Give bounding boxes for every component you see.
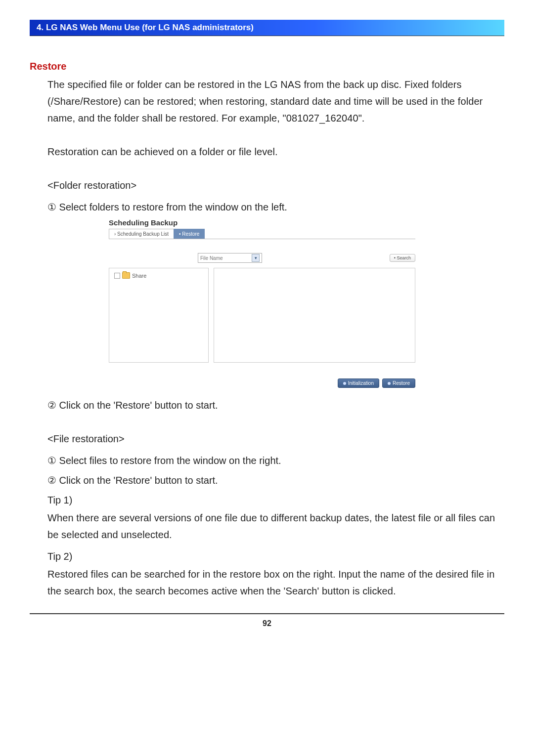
- file-list-panel[interactable]: [214, 268, 415, 363]
- file-name-dropdown-label: File Name: [200, 255, 223, 261]
- restore-button[interactable]: Restore: [382, 378, 415, 388]
- tip-2-text: Restored files can be searched for in th…: [30, 566, 504, 599]
- figure-tab-row: › Scheduling Backup List • Restore: [109, 229, 415, 239]
- file-step-1: ① Select files to restore from the windo…: [30, 452, 504, 469]
- folder-step-2: ② Click on the 'Restore' button to start…: [30, 397, 504, 414]
- folder-step-1: ① Select folders to restore from the win…: [30, 199, 504, 215]
- document-page: 4. LG NAS Web Menu Use (for LG NAS admin…: [0, 0, 534, 756]
- initialization-button-label: Initialization: [348, 380, 374, 386]
- figure-body: File Name ▾ • Search Share: [109, 239, 415, 388]
- page-number: 92: [263, 619, 271, 628]
- folder-icon: [122, 272, 130, 279]
- bullet-icon: [388, 382, 391, 385]
- tip-1-label: Tip 1): [30, 492, 504, 508]
- initialization-button[interactable]: Initialization: [338, 378, 379, 388]
- bullet-icon: [343, 382, 346, 385]
- file-name-dropdown[interactable]: File Name ▾: [198, 253, 262, 263]
- page-footer: 92: [30, 613, 504, 628]
- chapter-header: 4. LG NAS Web Menu Use (for LG NAS admin…: [30, 20, 504, 36]
- section-heading-restore: Restore: [30, 61, 504, 72]
- search-button[interactable]: • Search: [390, 254, 415, 262]
- scheduling-backup-figure: Scheduling Backup › Scheduling Backup Li…: [109, 218, 415, 388]
- figure-action-row: Initialization Restore: [109, 378, 415, 388]
- tip-1-text: When there are several versions of one f…: [30, 509, 504, 543]
- tip-2-label: Tip 2): [30, 548, 504, 565]
- chevron-down-icon: ▾: [252, 254, 260, 262]
- folder-tree-panel[interactable]: Share: [109, 268, 209, 363]
- restore-button-label: Restore: [393, 380, 410, 386]
- checkbox-icon[interactable]: [114, 273, 120, 279]
- figure-controls: File Name ▾ • Search: [198, 253, 415, 263]
- tree-item-label: Share: [132, 273, 146, 279]
- tab-restore[interactable]: • Restore: [174, 229, 205, 239]
- restore-scope-note: Restoration can be achieved on a folder …: [30, 143, 504, 160]
- file-step-2: ② Click on the 'Restore' button to start…: [30, 472, 504, 489]
- figure-title: Scheduling Backup: [109, 218, 415, 227]
- file-restoration-heading: <File restoration>: [30, 430, 504, 447]
- figure-panels: Share: [109, 268, 415, 363]
- folder-restoration-heading: <Folder restoration>: [30, 177, 504, 194]
- tab-scheduling-backup-list[interactable]: › Scheduling Backup List: [109, 229, 174, 239]
- tree-item-share[interactable]: Share: [109, 268, 208, 283]
- chapter-title: 4. LG NAS Web Menu Use (for LG NAS admin…: [37, 23, 254, 32]
- restore-intro-paragraph: The specified file or folder can be rest…: [30, 76, 504, 126]
